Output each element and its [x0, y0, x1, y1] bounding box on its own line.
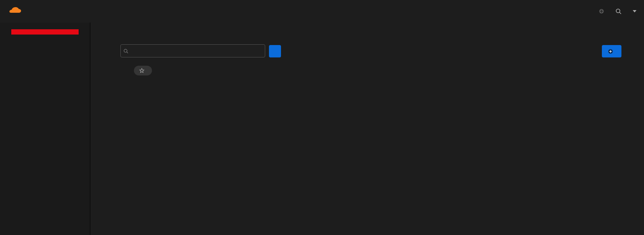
search-button[interactable] — [269, 45, 281, 57]
plus-circle-icon — [608, 49, 613, 54]
topbar — [0, 0, 644, 23]
sidebar — [0, 23, 90, 235]
add-site-button[interactable] — [602, 45, 621, 57]
svg-line-2 — [620, 12, 621, 14]
search-icon — [615, 8, 621, 14]
svg-point-1 — [616, 9, 620, 13]
filter-chip-starred[interactable] — [134, 66, 152, 75]
support-menu[interactable] — [630, 10, 636, 12]
plus-circle-icon — [599, 9, 604, 14]
star-icon — [139, 68, 144, 73]
search-input[interactable] — [120, 44, 265, 57]
caret-down-icon — [633, 10, 636, 12]
add-site-link[interactable] — [599, 9, 606, 14]
search-button[interactable] — [615, 8, 621, 14]
account-redacted — [11, 29, 79, 35]
main-content — [90, 23, 644, 235]
cloud-icon — [8, 7, 23, 15]
brand-logo[interactable] — [8, 7, 23, 15]
